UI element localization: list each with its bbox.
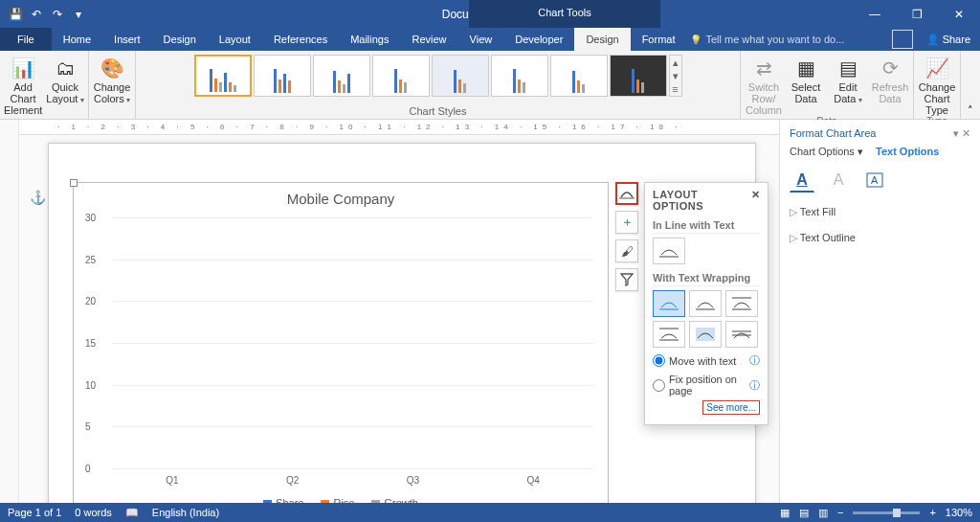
tab-chart-design[interactable]: Design [574, 28, 630, 51]
wrap-through[interactable] [725, 290, 758, 317]
chart-styles-gallery[interactable]: ▴▾≡ [194, 53, 682, 97]
styles-gallery-more[interactable]: ▴▾≡ [669, 55, 682, 97]
text-fill-section[interactable]: Text Fill [790, 206, 970, 218]
chart-plot-area[interactable]: 051015202530 Q1Q2Q3Q4 [112, 217, 593, 468]
restore-button[interactable]: ❐ [896, 0, 938, 28]
share-button[interactable]: 👤Share [926, 34, 970, 46]
tab-developer[interactable]: Developer [503, 28, 574, 51]
document-canvas[interactable]: · 1 · 2 · 3 · 4 · 5 · 6 · 7 · 8 · 9 · 10… [19, 120, 779, 503]
tab-file[interactable]: File [0, 28, 52, 51]
chart-style-7[interactable] [550, 55, 608, 97]
chart-options-link[interactable]: Chart Options ▾ [790, 146, 863, 157]
chart-style-6[interactable] [491, 55, 548, 97]
change-chart-type-button[interactable]: 📈Change Chart Type [918, 55, 956, 116]
zoom-in[interactable]: + [929, 507, 935, 518]
undo-icon[interactable]: ↶ [29, 7, 44, 22]
wrap-front[interactable] [725, 321, 758, 348]
wrap-top-bottom[interactable] [653, 321, 685, 348]
save-icon[interactable]: 💾 [8, 7, 23, 22]
switch-row-column-icon: ⇄ [745, 55, 783, 81]
category-label: Q1 [166, 475, 178, 486]
tab-insert[interactable]: Insert [102, 28, 152, 51]
tab-chart-format[interactable]: Format [631, 28, 687, 51]
chart-style-8[interactable] [610, 55, 667, 97]
tab-layout[interactable]: Layout [208, 28, 262, 51]
view-web-layout[interactable]: ▥ [818, 507, 828, 519]
chart-style-4[interactable] [372, 55, 430, 97]
language-status[interactable]: English (India) [152, 507, 219, 518]
group-label-styles: Chart Styles [410, 105, 467, 117]
wrap-behind[interactable] [689, 321, 722, 348]
minimize-button[interactable]: — [854, 0, 896, 28]
format-chart-area-pane: Format Chart Area▾ ✕ Chart Options ▾ Tex… [779, 120, 980, 503]
change-colors-button[interactable]: 🎨 Change Colors [93, 55, 131, 105]
tell-me-input[interactable]: Tell me what you want to do... [690, 28, 844, 51]
group-change-colors: 🎨 Change Colors [89, 51, 136, 119]
select-data-button[interactable]: ▦Select Data [787, 55, 825, 104]
tab-design[interactable]: Design [152, 28, 208, 51]
chart-styles-button[interactable]: 🖌 [615, 239, 638, 262]
svg-text:A: A [871, 174, 879, 186]
text-options-link[interactable]: Text Options [876, 146, 939, 157]
text-effects-icon[interactable]: A [826, 168, 851, 193]
chart-title[interactable]: Mobile Company [74, 183, 608, 215]
zoom-out[interactable]: − [837, 507, 843, 518]
account-icon[interactable] [892, 30, 913, 49]
document-area: · 1 · 2 · 3 · 4 · 5 · 6 · 7 · 8 · 9 · 10… [0, 120, 980, 503]
edit-data-button[interactable]: ▤Edit Data [829, 55, 867, 105]
zoom-level[interactable]: 130% [946, 507, 972, 518]
fix-position-radio[interactable]: Fix position on page ⓘ [653, 374, 760, 397]
pane-dropdown-icon[interactable]: ▾ [953, 127, 959, 139]
collapse-ribbon-button[interactable]: ˄ [961, 51, 980, 119]
textbox-icon[interactable]: A [862, 168, 887, 193]
pane-title: Format Chart Area [790, 127, 876, 140]
switch-row-column-button: ⇄Switch Row/ Column [745, 55, 783, 116]
category-label: Q2 [286, 475, 299, 486]
text-outline-section[interactable]: Text Outline [790, 232, 970, 244]
chart-elements-button[interactable]: ＋ [615, 211, 638, 234]
page: ⚓ Mobile Company 051015202530 Q1Q2Q3Q4 S… [48, 143, 756, 503]
chart-style-3[interactable] [313, 55, 370, 97]
wrap-inline[interactable] [653, 238, 685, 264]
bars-container: Q1Q2Q3Q4 [112, 217, 593, 468]
title-bar: 💾 ↶ ↷ ▾ Document1 - Word Chart Tools — ❐… [0, 0, 980, 28]
layout-options-button[interactable] [615, 182, 638, 205]
change-chart-type-icon: 📈 [918, 55, 956, 81]
redo-icon[interactable]: ↷ [50, 7, 65, 22]
ribbon-tabs: File Home Insert Design Layout Reference… [0, 28, 980, 51]
wrap-square[interactable] [653, 290, 685, 317]
tab-mailings[interactable]: Mailings [339, 28, 400, 51]
word-count[interactable]: 0 words [75, 507, 112, 518]
pane-close-icon[interactable]: ✕ [962, 127, 970, 139]
view-read-mode[interactable]: ▦ [780, 507, 790, 519]
wrap-tight[interactable] [689, 290, 722, 317]
add-chart-element-button[interactable]: 📊 Add Chart Element [4, 55, 42, 128]
group-chart-styles: ▴▾≡ Chart Styles [136, 51, 741, 119]
see-more-link[interactable]: See more... [702, 400, 760, 415]
page-count[interactable]: Page 1 of 1 [8, 507, 61, 518]
view-print-layout[interactable]: ▤ [799, 507, 809, 519]
chart-style-1[interactable] [194, 55, 252, 97]
tab-references[interactable]: References [262, 28, 339, 51]
chart-style-5[interactable] [432, 55, 489, 97]
tab-home[interactable]: Home [52, 28, 102, 51]
close-button[interactable]: ✕ [938, 0, 980, 28]
tab-review[interactable]: Review [401, 28, 458, 51]
tab-view[interactable]: View [458, 28, 504, 51]
chart-filters-button[interactable] [615, 268, 638, 291]
move-with-text-radio[interactable]: Move with text ⓘ [653, 353, 760, 368]
chart-style-2[interactable] [254, 55, 311, 97]
category-label: Q3 [407, 475, 419, 486]
group-chart-layouts: 📊 Add Chart Element 🗂 Quick Layout Chart… [0, 51, 89, 119]
chart-object[interactable]: Mobile Company 051015202530 Q1Q2Q3Q4 Sha… [73, 182, 609, 503]
text-fill-outline-icon[interactable]: A [790, 168, 814, 193]
qat-more-icon[interactable]: ▾ [71, 7, 86, 22]
chart-tools-label: Chart Tools [469, 0, 660, 28]
zoom-slider[interactable] [853, 511, 920, 514]
chart-floating-buttons: ＋ 🖌 [615, 182, 638, 291]
edit-data-icon: ▤ [829, 55, 867, 81]
layout-options-close[interactable]: ✕ [751, 189, 761, 212]
quick-layout-button[interactable]: 🗂 Quick Layout [46, 55, 84, 105]
proofing-icon[interactable]: 📖 [125, 507, 139, 519]
add-chart-element-icon: 📊 [4, 55, 42, 81]
